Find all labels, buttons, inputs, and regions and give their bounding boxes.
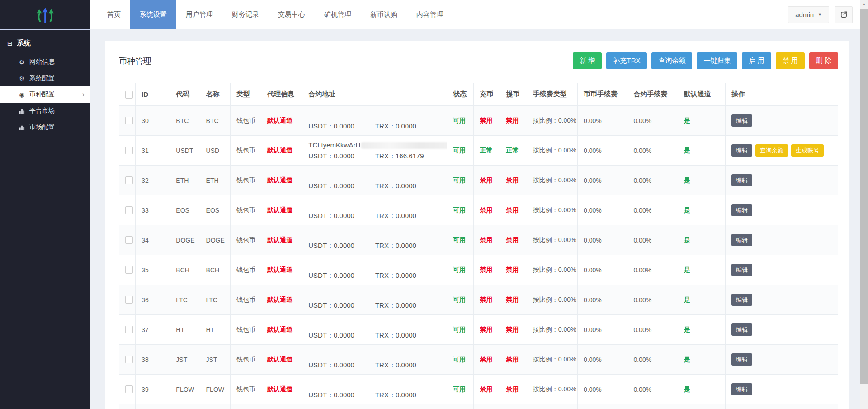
logout-button[interactable] xyxy=(835,6,853,23)
table-row: 38 JST JST 钱包币 默认通道 USDT：0.0000 TRX：0.00… xyxy=(119,345,838,375)
default-channel-flag: 是 xyxy=(684,147,690,154)
select-all-checkbox[interactable] xyxy=(125,91,133,99)
nav-tab-home[interactable]: 首页 xyxy=(98,0,130,29)
cell-code: HT xyxy=(170,315,200,345)
scrollbar-thumb[interactable] xyxy=(860,9,868,384)
nav-tab-content-management[interactable]: 内容管理 xyxy=(407,0,453,29)
contract-address: TCLtyemKkwArURis xyxy=(308,140,447,151)
edit-button[interactable]: 编辑 xyxy=(731,383,752,395)
query-balance-button[interactable]: 查询余额 xyxy=(651,52,692,69)
edit-button[interactable]: 编辑 xyxy=(731,323,752,336)
edit-button[interactable]: 编辑 xyxy=(731,144,752,157)
withdraw-status: 禁用 xyxy=(506,206,519,214)
row-extra-action-button[interactable]: 查询余额 xyxy=(755,144,788,157)
cell-type: 钱包币 xyxy=(230,285,261,315)
scrollbar-up-button[interactable]: ▲ xyxy=(860,0,868,8)
status-badge: 可用 xyxy=(453,117,466,124)
cell-code: BCH xyxy=(170,255,200,285)
cell-name: LTC xyxy=(200,285,230,315)
row-checkbox[interactable] xyxy=(125,296,133,304)
disable-button[interactable]: 禁 用 xyxy=(776,52,805,69)
gear-icon: ⚙ xyxy=(18,75,25,82)
sidebar-section-system[interactable]: ⊟ 系统 xyxy=(0,30,90,54)
admin-user-menu-button[interactable]: admin ▼ xyxy=(788,6,829,23)
edit-button[interactable]: 编辑 xyxy=(731,204,752,216)
edit-button[interactable]: 编辑 xyxy=(731,264,752,276)
table-row: 39 FLOW FLOW 钱包币 默认通道 USDT：0.0000 TRX：0.… xyxy=(119,375,838,404)
cell-fee-type: 按比例：0.00% xyxy=(527,166,577,195)
sidebar-item-market-config[interactable]: 市场配置 xyxy=(0,119,90,135)
row-checkbox[interactable] xyxy=(125,206,133,214)
nav-tab-miner-management[interactable]: 矿机管理 xyxy=(315,0,361,29)
row-checkbox[interactable] xyxy=(125,236,133,244)
row-checkbox[interactable] xyxy=(125,266,133,274)
cell-fee-type: 按比例：0.00% xyxy=(527,375,577,404)
balances: USDT：0.0000 TRX：166.6179 xyxy=(308,151,447,162)
usdt-balance: USDT：0.0000 xyxy=(308,121,354,132)
edit-button[interactable]: 编辑 xyxy=(731,234,752,246)
header-deposit: 充币 xyxy=(474,83,500,106)
coin-table: ID 代码 名称 类型 代理信息 合约地址 状态 充币 提币 手续费类型 币币手… xyxy=(119,83,838,409)
edit-button[interactable]: 编辑 xyxy=(731,294,752,306)
enable-button[interactable]: 启 用 xyxy=(742,52,771,69)
sidebar-section-label: 系统 xyxy=(17,39,31,48)
nav-tab-new-coin-subscription[interactable]: 新币认购 xyxy=(361,0,407,29)
nav-tab-user-management[interactable]: 用户管理 xyxy=(176,0,222,29)
row-actions: 编辑 xyxy=(731,326,755,333)
cell-type: 钱包币 xyxy=(230,106,261,136)
header-type: 类型 xyxy=(230,83,261,106)
refill-trx-button[interactable]: 补充TRX xyxy=(606,52,647,69)
sidebar-item-website-info[interactable]: ⚙ 网站信息 xyxy=(0,54,90,70)
nav-tab-finance-records[interactable]: 财务记录 xyxy=(222,0,269,29)
admin-username: admin xyxy=(795,11,814,19)
balances: USDT：0.0000 TRX：0.0000 xyxy=(308,360,447,371)
trx-balance: TRX：0.0000 xyxy=(375,270,416,281)
cell-name: ETH xyxy=(200,166,230,195)
deposit-status: 禁用 xyxy=(480,385,492,393)
cell-id: 32 xyxy=(136,166,170,195)
cell-contract-fee: 0.00% xyxy=(627,225,678,255)
deposit-status: 禁用 xyxy=(480,176,492,184)
row-actions: 编辑 xyxy=(731,356,755,363)
edit-button[interactable]: 编辑 xyxy=(731,353,752,366)
coin-table-body: 30 BTC BTC 钱包币 默认通道 USDT：0.0000 TRX：0.00… xyxy=(119,106,838,409)
row-checkbox[interactable] xyxy=(125,326,133,333)
row-checkbox[interactable] xyxy=(125,385,133,393)
add-button[interactable]: 新 增 xyxy=(573,52,602,69)
row-actions: 编辑查询余额生成账号 xyxy=(731,147,827,154)
one-key-collect-button[interactable]: 一键归集 xyxy=(697,52,737,69)
row-actions: 编辑 xyxy=(731,176,755,184)
nav-tab-system-settings[interactable]: 系统设置 xyxy=(130,0,176,29)
usdt-balance: USDT：0.0000 xyxy=(308,151,354,162)
edit-button[interactable]: 编辑 xyxy=(731,114,752,127)
delete-button[interactable]: 删 除 xyxy=(809,52,838,69)
cell-name: BCH xyxy=(200,255,230,285)
cell-coin-fee: 0.00% xyxy=(578,106,627,136)
cell-coin-fee: 0.00% xyxy=(578,136,627,166)
row-checkbox[interactable] xyxy=(125,117,133,124)
contract-address xyxy=(308,289,447,300)
sidebar-item-platform-market[interactable]: 平台市场 xyxy=(0,103,90,119)
row-checkbox[interactable] xyxy=(125,147,133,154)
edit-button[interactable]: 编辑 xyxy=(731,174,752,186)
cell-id: 31 xyxy=(136,136,170,166)
cell-type: 钱包币 xyxy=(230,136,261,166)
cell-id: 39 xyxy=(136,375,170,404)
row-extra-action-button[interactable]: 生成账号 xyxy=(791,144,824,157)
row-checkbox[interactable] xyxy=(125,176,133,184)
usdt-balance: USDT：0.0000 xyxy=(308,360,354,371)
header-name: 名称 xyxy=(200,83,230,106)
usdt-balance: USDT：0.0000 xyxy=(308,390,354,400)
cell-fee-type: 按比例：0.00% xyxy=(527,315,577,345)
deposit-status: 禁用 xyxy=(480,266,492,273)
status-badge: 可用 xyxy=(453,296,466,303)
cell-type: 钱包币 xyxy=(230,315,261,345)
table-row: 37 HT HT 钱包币 默认通道 USDT：0.0000 TRX：0.0000… xyxy=(119,315,838,345)
sidebar-item-coin-config[interactable]: ◉ 币种配置 › xyxy=(0,86,90,103)
row-checkbox[interactable] xyxy=(125,356,133,363)
sidebar-item-system-config[interactable]: ⚙ 系统配置 xyxy=(0,70,90,86)
nav-tab-trade-center[interactable]: 交易中心 xyxy=(269,0,315,29)
cell-id: 33 xyxy=(136,195,170,225)
cell-name: FLOW xyxy=(200,375,230,404)
agent-channel-label: 默认通道 xyxy=(267,266,292,273)
